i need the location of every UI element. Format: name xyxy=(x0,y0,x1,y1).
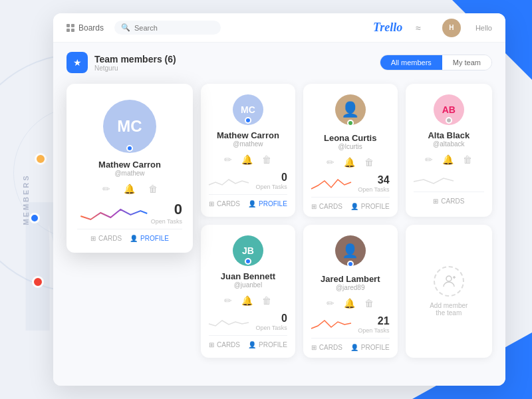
spark-mathew xyxy=(209,173,249,189)
featured-member-card: MC Mathew Carron @mathew ✏ 🔔 🗑 xyxy=(66,84,193,253)
boards-button[interactable]: Boards xyxy=(66,23,104,33)
handle-mathew: @mathew xyxy=(233,140,263,148)
trash-icon-mathew[interactable]: 🗑 xyxy=(262,154,271,165)
actions-juan: ✏ 🔔 🗑 xyxy=(224,295,271,306)
team-header: ★ Team members (6) Netguru All members M… xyxy=(66,52,492,73)
trash-icon[interactable]: 🗑 xyxy=(148,184,158,194)
hello-text: Hello xyxy=(475,24,492,32)
bell-icon[interactable]: 🔔 xyxy=(124,184,135,194)
user-avatar[interactable]: H xyxy=(442,19,461,37)
add-person-svg xyxy=(441,273,457,289)
profile-button[interactable]: 👤 PROFILE xyxy=(130,235,169,242)
right-members-area: MC Mathew Carron @mathew ✏ 🔔 🗑 xyxy=(201,84,492,358)
name-alta: Alta Black xyxy=(428,130,469,140)
profile-icon-jr: 👤 xyxy=(350,344,358,351)
footer-mathew: ⊞CARDS 👤PROFILE xyxy=(209,194,287,207)
add-member-text: Add memberthe team xyxy=(430,302,467,317)
bell-icon-juan[interactable]: 🔔 xyxy=(241,295,253,306)
cards-icon-m: ⊞ xyxy=(209,200,214,207)
cards-icon-a: ⊞ xyxy=(433,198,438,205)
add-member-card[interactable]: Add memberthe team xyxy=(406,225,492,358)
trello-logo: Trello xyxy=(373,21,402,35)
cards-btn-leona[interactable]: ⊞CARDS xyxy=(311,203,342,210)
team-title-area: ★ Team members (6) Netguru xyxy=(66,52,176,73)
cards-btn-mathew[interactable]: ⊞CARDS xyxy=(209,200,240,207)
trash-icon-juan[interactable]: 🗑 xyxy=(262,295,271,306)
profile-icon: 👤 xyxy=(130,235,138,242)
trash-icon-jared[interactable]: 🗑 xyxy=(364,298,374,309)
cards-btn-alta[interactable]: ⊞CARDS xyxy=(433,198,464,205)
dot-blue xyxy=(29,213,40,223)
avatar-jared-wrapper: 👤 xyxy=(335,235,366,269)
spark-jared xyxy=(311,317,351,332)
cards-btn-juan[interactable]: ⊞CARDS xyxy=(209,341,240,348)
tab-all-members[interactable]: All members xyxy=(380,55,442,70)
tasks-label-jared: Open Tasks xyxy=(358,327,389,334)
team-info: Team members (6) Netguru xyxy=(94,54,176,72)
edit-icon-alta[interactable]: ✏ xyxy=(425,154,433,165)
edit-icon[interactable]: ✏ xyxy=(102,184,110,194)
bell-icon-jared[interactable]: 🔔 xyxy=(344,298,355,309)
bell-icon-leona[interactable]: 🔔 xyxy=(344,157,355,168)
tasks-label-leona: Open Tasks xyxy=(358,186,389,193)
member-card-mathew: MC Mathew Carron @mathew ✏ 🔔 🗑 xyxy=(201,84,295,217)
tasks-count-jared: 21 xyxy=(358,315,389,327)
svg-point-0 xyxy=(446,276,452,281)
cards-label: CARDS xyxy=(98,235,122,242)
profile-btn-jared[interactable]: 👤PROFILE xyxy=(350,344,390,351)
members-row-2: JB Juan Bennett @juanbel ✏ 🔔 🗑 xyxy=(201,225,492,358)
tasks-leona: 34 Open Tasks xyxy=(358,174,389,193)
tab-my-team[interactable]: My team xyxy=(442,55,491,70)
profile-btn-juan[interactable]: 👤PROFILE xyxy=(248,341,287,348)
profile-btn-leona[interactable]: 👤PROFILE xyxy=(350,203,390,210)
sidebar-label: MEMBERS xyxy=(22,174,30,225)
tasks-count-mathew: 0 xyxy=(255,172,287,184)
spark-alta xyxy=(414,172,454,188)
footer-leona: ⊞CARDS 👤PROFILE xyxy=(311,197,390,210)
avatar-initials-mathew: MC xyxy=(241,104,255,115)
trash-icon-alta[interactable]: 🗑 xyxy=(463,154,472,165)
profile-icon-l: 👤 xyxy=(350,203,358,210)
avatar-leona-wrapper: 👤 xyxy=(335,94,366,128)
tasks-label-juan: Open Tasks xyxy=(255,325,287,331)
edit-icon-juan[interactable]: ✏ xyxy=(224,295,232,306)
cards-icon-l: ⊞ xyxy=(311,203,317,210)
actions-jared: ✏ 🔔 🗑 xyxy=(327,298,374,309)
boards-icon xyxy=(66,24,74,32)
edit-icon-jared[interactable]: ✏ xyxy=(327,298,334,309)
handle-jared: @jared89 xyxy=(336,284,365,291)
dot-orange xyxy=(35,153,47,165)
cards-button[interactable]: ⊞ CARDS xyxy=(90,235,122,242)
cards-icon: ⊞ xyxy=(90,235,96,242)
handle-leona: @lcurtis xyxy=(338,143,362,150)
topbar: Boards 🔍 Trello ≈ H Hello xyxy=(53,13,505,43)
avatar-dot-jared xyxy=(347,261,354,267)
edit-icon-leona[interactable]: ✏ xyxy=(327,157,334,168)
tasks-juan: 0 Open Tasks xyxy=(255,313,287,331)
edit-icon-mathew[interactable]: ✏ xyxy=(224,154,232,165)
name-juan: Juan Bennett xyxy=(221,271,275,281)
leona-face: 👤 xyxy=(341,101,359,118)
bell-icon-mathew[interactable]: 🔔 xyxy=(241,154,253,165)
profile-label: PROFILE xyxy=(140,235,169,242)
search-icon: 🔍 xyxy=(121,23,130,32)
featured-avatar-initials: MC xyxy=(117,117,142,136)
search-input[interactable] xyxy=(134,24,214,32)
tasks-count-juan: 0 xyxy=(255,313,287,325)
members-row-1: MC Mathew Carron @mathew ✏ 🔔 🗑 xyxy=(201,84,492,217)
member-card-alta: AB Alta Black @altaback ✏ 🔔 🗑 xyxy=(406,84,492,217)
handle-alta: @altaback xyxy=(433,140,464,148)
trash-icon-leona[interactable]: 🗑 xyxy=(364,157,374,168)
actions-leona: ✏ 🔔 🗑 xyxy=(327,157,374,168)
profile-btn-mathew[interactable]: 👤PROFILE xyxy=(248,200,287,207)
avatar-dot-alta xyxy=(446,117,452,124)
name-mathew: Mathew Carron xyxy=(217,130,279,140)
cards-icon-j: ⊞ xyxy=(209,341,214,348)
footer-alta: ⊞CARDS xyxy=(414,192,484,205)
search-bar[interactable]: 🔍 xyxy=(114,21,221,35)
cards-btn-jared[interactable]: ⊞CARDS xyxy=(311,344,342,351)
featured-open-tasks: 0 Open Tasks xyxy=(151,201,182,225)
bell-icon-alta[interactable]: 🔔 xyxy=(442,154,454,165)
sparkline-jared: 21 Open Tasks xyxy=(311,315,390,334)
featured-sparkline-area: 0 Open Tasks xyxy=(77,201,182,225)
